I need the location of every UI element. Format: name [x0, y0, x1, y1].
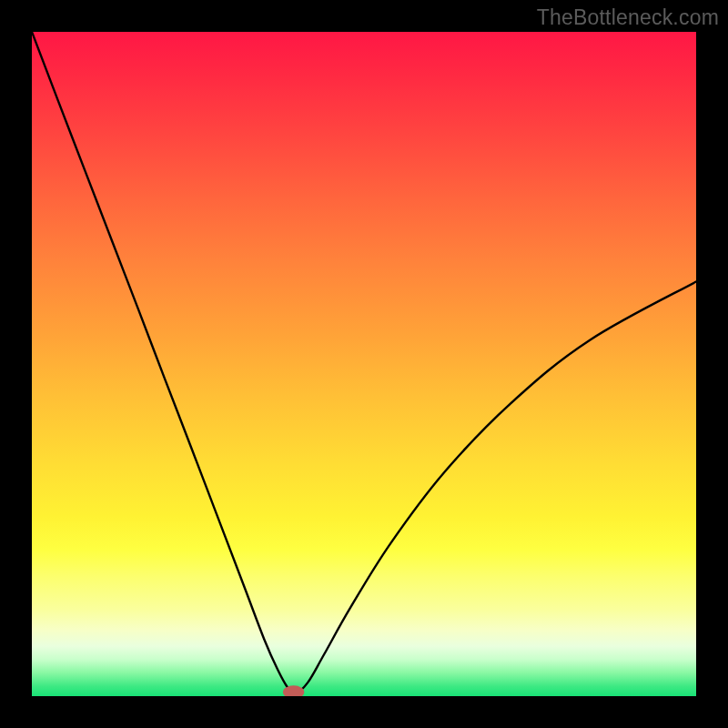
chart-svg: [32, 32, 696, 696]
chart-plot-area: [32, 32, 696, 696]
watermark-text: TheBottleneck.com: [537, 5, 719, 30]
background-rect: [32, 32, 696, 696]
chart-frame: TheBottleneck.com: [0, 0, 728, 728]
